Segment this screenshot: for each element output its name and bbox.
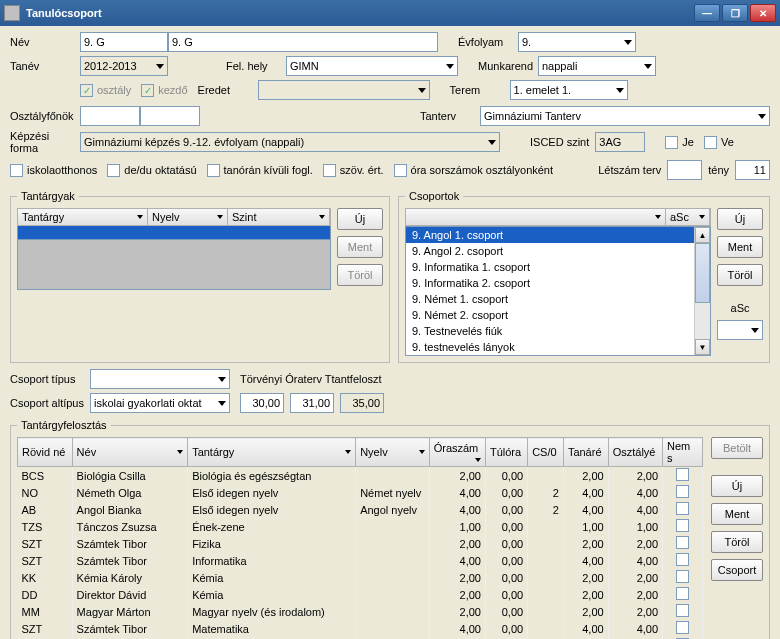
csoportok-scrollbar[interactable]: ▲ ▼ (694, 227, 710, 355)
row-checkbox[interactable] (676, 502, 689, 515)
window-title: Tanulócsoport (26, 7, 692, 19)
csoporttipus-select[interactable] (90, 369, 230, 389)
munkarend-label: Munkarend (478, 60, 538, 72)
csoportok-item[interactable]: 9. testnevelés lányok (406, 339, 710, 355)
minimize-button[interactable]: — (694, 4, 720, 22)
csoportok-item[interactable]: 9. Testnevelés fiúk (406, 323, 710, 339)
tantargyak-selected-row[interactable] (17, 226, 331, 240)
row-checkbox[interactable] (676, 570, 689, 583)
osztalyfonok-input-1[interactable] (80, 106, 140, 126)
maximize-button[interactable]: ❐ (722, 4, 748, 22)
table-row[interactable]: SZTSzámtek TiborMatematika4,000,004,004,… (18, 620, 703, 637)
tanterv-label: Tanterv (420, 110, 480, 122)
col-tanare[interactable]: Tanáré (563, 438, 608, 467)
row-checkbox[interactable] (676, 519, 689, 532)
csoportok-item[interactable]: 9. Angol 1. csoport (406, 227, 710, 243)
titlebar: Tanulócsoport — ❐ ✕ (0, 0, 780, 26)
felhely-label: Fel. hely (226, 60, 286, 72)
col-oraszam[interactable]: Óraszám (429, 438, 485, 467)
row-checkbox[interactable] (676, 621, 689, 634)
terem-select[interactable]: 1. emelet 1. (510, 80, 628, 100)
col-nyelv[interactable]: Nyelv (148, 209, 228, 225)
eredet-select[interactable] (258, 80, 430, 100)
row-checkbox[interactable] (676, 587, 689, 600)
num-input-1[interactable] (240, 393, 284, 413)
csoportok-item[interactable]: 9. Informatika 1. csoport (406, 259, 710, 275)
col-tantargy[interactable]: Tantárgy (18, 209, 148, 225)
col-cs-asc[interactable]: aSc (666, 209, 710, 225)
grade-select[interactable]: 9. (518, 32, 636, 52)
csoportalt-select[interactable]: iskolai gyakorlati oktat (90, 393, 230, 413)
csoportok-item[interactable]: 9. Angol 2. csoport (406, 243, 710, 259)
szov-checkbox[interactable]: szöv. ért. (323, 164, 384, 177)
je-checkbox[interactable]: Je (665, 136, 694, 149)
tf-betolt-button: Betölt (711, 437, 763, 459)
col-tulora[interactable]: Túlóra (485, 438, 527, 467)
row-checkbox[interactable] (676, 604, 689, 617)
tanterv-select[interactable]: Gimnáziumi Tanterv (480, 106, 770, 126)
torvenyi-label: Törvényi Óraterv Ttantfeloszt (240, 373, 382, 385)
csoportok-torol-button[interactable]: Töröl (717, 264, 763, 286)
name-input-2[interactable] (168, 32, 438, 52)
csoportok-uj-button[interactable]: Új (717, 208, 763, 230)
col-cs0[interactable]: CS/0 (528, 438, 564, 467)
col-szint[interactable]: Szint (228, 209, 330, 225)
orasor-checkbox[interactable]: óra sorszámok osztályonként (394, 164, 553, 177)
csoportok-item[interactable]: 9. Német 2. csoport (406, 307, 710, 323)
table-row[interactable]: MMMagyar MártonMagyar nyelv (és irodalom… (18, 603, 703, 620)
tantargyak-uj-button[interactable]: Új (337, 208, 383, 230)
tf-uj-button[interactable]: Új (711, 475, 763, 497)
scroll-down-icon[interactable]: ▼ (695, 339, 710, 355)
ve-checkbox[interactable]: Ve (704, 136, 734, 149)
table-row[interactable]: BCSBiológia CsillaBiológia és egészségta… (18, 467, 703, 485)
table-row[interactable]: KKKémia KárolyKémia2,000,002,002,00 (18, 569, 703, 586)
isced-label: ISCED szint (530, 136, 589, 148)
table-row[interactable]: SZTSzámtek TiborFizika2,000,002,002,00 (18, 535, 703, 552)
table-row[interactable]: NONémeth OlgaElső idegen nyelvNémet nyel… (18, 484, 703, 501)
col-rovid[interactable]: Rövid né (18, 438, 73, 467)
table-row[interactable]: TZSTánczos ZsuzsaÉnek-zene1,000,001,001,… (18, 518, 703, 535)
year-select[interactable]: 2012-2013 (80, 56, 168, 76)
osztaly-checkbox: ✓osztály (80, 84, 131, 97)
csoportok-list[interactable]: 9. Angol 1. csoport9. Angol 2. csoport9.… (405, 226, 711, 356)
csoportok-item[interactable]: 9. Német 1. csoport (406, 291, 710, 307)
kepzesi-select[interactable]: Gimnáziumi képzés 9.-12. évfolyam (nappa… (80, 132, 500, 152)
osztalyfonok-label: Osztályfőnök (10, 110, 80, 122)
dedu-checkbox[interactable]: de/du oktatású (107, 164, 196, 177)
csoportok-item[interactable]: 9. Informatika 2. csoport (406, 275, 710, 291)
tf-ment-button[interactable]: Ment (711, 503, 763, 525)
munkarend-select[interactable]: nappali (538, 56, 656, 76)
row-checkbox[interactable] (676, 553, 689, 566)
num-input-2[interactable] (290, 393, 334, 413)
tantargyak-ment-button: Ment (337, 236, 383, 258)
table-row[interactable]: DDDirektor DávidKémia2,000,002,002,00 (18, 586, 703, 603)
name-input-1[interactable] (80, 32, 168, 52)
row-checkbox[interactable] (676, 536, 689, 549)
col-tantargy[interactable]: Tantárgy (188, 438, 356, 467)
row-checkbox[interactable] (676, 468, 689, 481)
scroll-up-icon[interactable]: ▲ (695, 227, 710, 243)
letszamterv-input[interactable] (667, 160, 702, 180)
tf-torol-button[interactable]: Töröl (711, 531, 763, 553)
table-row[interactable]: SZTSzámtek TiborInformatika4,000,004,004… (18, 552, 703, 569)
osztalyfonok-input-2[interactable] (140, 106, 200, 126)
num-input-3 (340, 393, 384, 413)
scrollbar-thumb[interactable] (695, 243, 710, 303)
col-cs-blank[interactable] (406, 209, 666, 225)
table-row[interactable]: ABAngol BiankaElső idegen nyelvAngol nye… (18, 501, 703, 518)
col-nems[interactable]: Nem s (663, 438, 703, 467)
tf-csoport-button[interactable]: Csoport (711, 559, 763, 581)
felhely-select[interactable]: GIMN (286, 56, 458, 76)
iskolaotthonos-checkbox[interactable]: iskolaotthonos (10, 164, 97, 177)
tanoran-checkbox[interactable]: tanórán kívüli fogl. (207, 164, 313, 177)
teny-input[interactable] (735, 160, 770, 180)
col-nev[interactable]: Név (72, 438, 188, 467)
close-button[interactable]: ✕ (750, 4, 776, 22)
csoportok-ment-button[interactable]: Ment (717, 236, 763, 258)
col-nyelv2[interactable]: Nyelv (356, 438, 430, 467)
col-osztalye[interactable]: Osztályé (608, 438, 662, 467)
row-checkbox[interactable] (676, 485, 689, 498)
asc-select[interactable] (717, 320, 763, 340)
csoportalt-label: Csoport altípus (10, 397, 90, 409)
asc-label: aSc (717, 302, 763, 314)
